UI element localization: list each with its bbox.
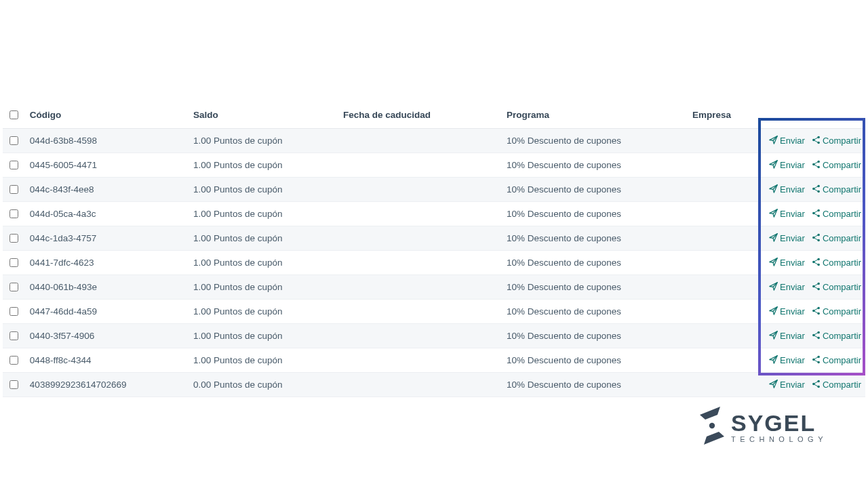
enviar-button[interactable]: Enviar bbox=[769, 209, 805, 220]
compartir-label: Compartir bbox=[823, 136, 861, 146]
cell-programa: 10% Descuento de cupones bbox=[502, 202, 688, 226]
svg-rect-53 bbox=[813, 381, 818, 384]
row-checkbox[interactable] bbox=[9, 161, 18, 169]
cell-saldo: 0.00 Puntos de cupón bbox=[189, 373, 339, 397]
row-checkbox[interactable] bbox=[9, 185, 18, 194]
row-checkbox[interactable] bbox=[9, 209, 18, 218]
cell-codigo: 4038992923614702669 bbox=[26, 373, 189, 397]
row-checkbox[interactable] bbox=[9, 307, 18, 316]
cell-caducidad bbox=[339, 275, 502, 300]
compartir-button[interactable]: Compartir bbox=[812, 184, 861, 195]
svg-rect-28 bbox=[813, 259, 818, 262]
table-row[interactable]: 0445-6005-44711.00 Puntos de cupón10% De… bbox=[3, 153, 865, 178]
row-checkbox[interactable] bbox=[9, 331, 18, 340]
cell-empresa bbox=[688, 202, 756, 226]
compartir-button[interactable]: Compartir bbox=[812, 355, 861, 366]
cell-empresa bbox=[688, 178, 756, 202]
coupon-table: Código Saldo Fecha de caducidad Programa… bbox=[3, 102, 865, 397]
compartir-button[interactable]: Compartir bbox=[812, 331, 861, 342]
compartir-button[interactable]: Compartir bbox=[812, 380, 861, 390]
table-row[interactable]: 044c-1da3-47571.00 Puntos de cupón10% De… bbox=[3, 226, 865, 251]
svg-rect-18 bbox=[813, 210, 818, 213]
compartir-label: Compartir bbox=[823, 184, 861, 195]
enviar-button[interactable]: Enviar bbox=[769, 282, 805, 293]
header-programa[interactable]: Programa bbox=[502, 102, 688, 129]
table-row[interactable]: 0440-061b-493e1.00 Puntos de cupón10% De… bbox=[3, 275, 865, 300]
header-select-all[interactable] bbox=[3, 102, 26, 129]
svg-rect-49 bbox=[813, 359, 818, 362]
enviar-label: Enviar bbox=[780, 233, 805, 243]
svg-marker-55 bbox=[700, 407, 720, 420]
header-saldo[interactable]: Saldo bbox=[189, 102, 339, 129]
share-icon bbox=[812, 355, 821, 366]
table-row[interactable]: 044d-05ca-4a3c1.00 Puntos de cupón10% De… bbox=[3, 202, 865, 226]
enviar-button[interactable]: Enviar bbox=[769, 136, 805, 146]
enviar-label: Enviar bbox=[780, 160, 805, 170]
cell-empresa bbox=[688, 373, 756, 397]
enviar-button[interactable]: Enviar bbox=[769, 380, 805, 390]
compartir-button[interactable]: Compartir bbox=[812, 136, 861, 146]
header-actions bbox=[756, 102, 865, 129]
cell-empresa bbox=[688, 300, 756, 324]
row-checkbox[interactable] bbox=[9, 234, 18, 243]
share-icon bbox=[812, 306, 821, 317]
cell-programa: 10% Descuento de cupones bbox=[502, 348, 688, 373]
compartir-button[interactable]: Compartir bbox=[812, 306, 861, 317]
header-caducidad[interactable]: Fecha de caducidad bbox=[339, 102, 502, 129]
cell-codigo: 044d-05ca-4a3c bbox=[26, 202, 189, 226]
enviar-label: Enviar bbox=[780, 306, 805, 317]
row-checkbox[interactable] bbox=[9, 136, 18, 145]
svg-rect-39 bbox=[813, 310, 818, 313]
select-all-checkbox[interactable] bbox=[9, 110, 18, 119]
enviar-label: Enviar bbox=[780, 331, 805, 341]
table-row[interactable]: 0447-46dd-4a591.00 Puntos de cupón10% De… bbox=[3, 300, 865, 324]
header-codigo[interactable]: Código bbox=[26, 102, 189, 129]
table-row[interactable]: 044d-63b8-45981.00 Puntos de cupón10% De… bbox=[3, 129, 865, 153]
cell-caducidad bbox=[339, 202, 502, 226]
cell-codigo: 0441-7dfc-4623 bbox=[26, 251, 189, 275]
compartir-label: Compartir bbox=[823, 209, 861, 219]
share-icon bbox=[812, 136, 821, 146]
table-row[interactable]: 044c-843f-4ee81.00 Puntos de cupón10% De… bbox=[3, 178, 865, 202]
compartir-button[interactable]: Compartir bbox=[812, 282, 861, 293]
cell-empresa bbox=[688, 226, 756, 251]
brand-tagline: TECHNOLOGY bbox=[731, 436, 827, 443]
compartir-label: Compartir bbox=[823, 233, 861, 243]
brand-logo: SYGEL TECHNOLOGY bbox=[697, 407, 827, 447]
header-empresa[interactable]: Empresa bbox=[688, 102, 756, 129]
row-checkbox[interactable] bbox=[9, 356, 18, 365]
cell-saldo: 1.00 Puntos de cupón bbox=[189, 178, 339, 202]
cell-caducidad bbox=[339, 129, 502, 153]
send-icon bbox=[769, 136, 778, 146]
table-row[interactable]: 0441-7dfc-46231.00 Puntos de cupón10% De… bbox=[3, 251, 865, 275]
cell-programa: 10% Descuento de cupones bbox=[502, 324, 688, 348]
compartir-label: Compartir bbox=[823, 355, 861, 365]
enviar-label: Enviar bbox=[780, 184, 805, 195]
cell-caducidad bbox=[339, 373, 502, 397]
enviar-label: Enviar bbox=[780, 282, 805, 292]
row-checkbox[interactable] bbox=[9, 283, 18, 291]
cell-programa: 10% Descuento de cupones bbox=[502, 226, 688, 251]
compartir-button[interactable]: Compartir bbox=[812, 233, 861, 244]
row-checkbox[interactable] bbox=[9, 258, 18, 267]
enviar-button[interactable]: Enviar bbox=[769, 184, 805, 195]
compartir-button[interactable]: Compartir bbox=[812, 258, 861, 268]
table-row[interactable]: 40389929236147026690.00 Puntos de cupón1… bbox=[3, 373, 865, 397]
row-checkbox[interactable] bbox=[9, 380, 18, 389]
enviar-button[interactable]: Enviar bbox=[769, 331, 805, 342]
enviar-button[interactable]: Enviar bbox=[769, 233, 805, 244]
table-row[interactable]: 0440-3f57-49061.00 Puntos de cupón10% De… bbox=[3, 324, 865, 348]
compartir-button[interactable]: Compartir bbox=[812, 160, 861, 171]
cell-saldo: 1.00 Puntos de cupón bbox=[189, 226, 339, 251]
compartir-button[interactable]: Compartir bbox=[812, 209, 861, 220]
cell-empresa bbox=[688, 324, 756, 348]
cell-empresa bbox=[688, 348, 756, 373]
enviar-button[interactable]: Enviar bbox=[769, 160, 805, 171]
enviar-button[interactable]: Enviar bbox=[769, 355, 805, 366]
send-icon bbox=[769, 258, 778, 268]
svg-rect-4 bbox=[813, 140, 818, 142]
enviar-button[interactable]: Enviar bbox=[769, 306, 805, 317]
svg-point-57 bbox=[709, 423, 715, 428]
enviar-button[interactable]: Enviar bbox=[769, 258, 805, 268]
table-row[interactable]: 0448-ff8c-43441.00 Puntos de cupón10% De… bbox=[3, 348, 865, 373]
